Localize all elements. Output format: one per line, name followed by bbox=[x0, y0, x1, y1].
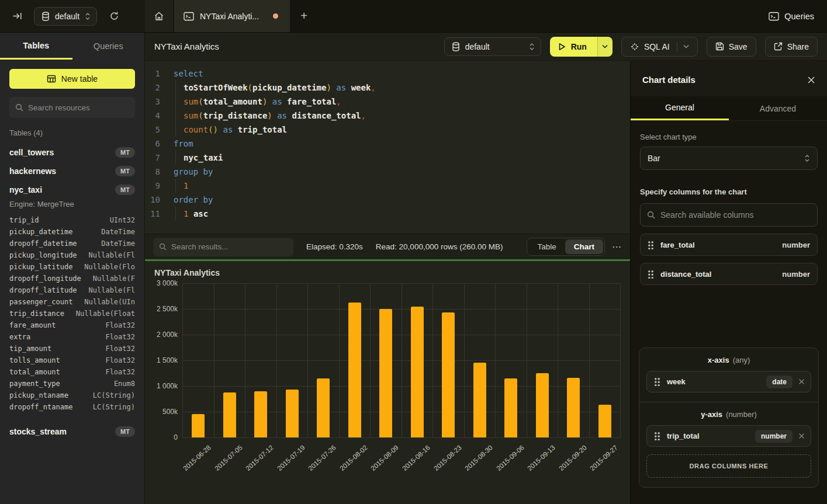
engine-badge: MT bbox=[115, 426, 135, 437]
bar[interactable] bbox=[254, 391, 267, 437]
chevron-updown-icon bbox=[804, 154, 810, 162]
results-search-input[interactable] bbox=[171, 242, 288, 251]
sql-token: ( bbox=[198, 97, 203, 106]
bar[interactable] bbox=[473, 363, 486, 437]
sql-token: asc bbox=[193, 209, 208, 218]
chart-type-select[interactable]: Bar bbox=[640, 147, 818, 170]
table-row[interactable]: nyc_taxiMT bbox=[0, 180, 144, 199]
drag-columns-dropzone[interactable]: DRAG COLUMNS HERE bbox=[646, 454, 811, 478]
share-button[interactable]: Share bbox=[765, 37, 818, 57]
collapse-sidebar-button[interactable] bbox=[8, 8, 26, 25]
chart-details-tabs: General Advanced bbox=[631, 96, 827, 121]
sidebar-tab-queries[interactable]: Queries bbox=[72, 33, 145, 60]
y-tick-label: 2 000k bbox=[157, 331, 178, 339]
available-columns: fare_totalnumberdistance_totalnumber bbox=[640, 234, 818, 285]
sql-ai-button[interactable]: SQL AI bbox=[621, 37, 698, 57]
columns-search-input[interactable] bbox=[660, 210, 811, 220]
editor-line: 5count() as trip_total bbox=[145, 123, 630, 137]
remove-y-axis-column-button[interactable] bbox=[798, 433, 805, 439]
sql-token: pickup_datetime bbox=[252, 83, 326, 92]
new-table-button[interactable]: New table bbox=[9, 69, 135, 89]
available-column-name: distance_total bbox=[660, 270, 711, 279]
bar[interactable] bbox=[223, 392, 236, 437]
bar[interactable] bbox=[379, 309, 392, 437]
save-button[interactable]: Save bbox=[707, 37, 756, 57]
queries-icon bbox=[769, 12, 779, 21]
bar-column bbox=[432, 283, 464, 437]
more-options-button[interactable]: ⋯ bbox=[612, 241, 622, 252]
sidebar-search-input[interactable] bbox=[28, 103, 132, 112]
column-type: Float32 bbox=[105, 331, 135, 343]
sql-token bbox=[282, 97, 287, 106]
tab-general[interactable]: General bbox=[631, 96, 729, 120]
y-tick-label: 3 000k bbox=[157, 279, 178, 287]
engine-badge: MT bbox=[115, 185, 135, 195]
bar[interactable] bbox=[504, 378, 517, 437]
tab-advanced[interactable]: Advanced bbox=[729, 96, 827, 120]
y-axis-column[interactable]: trip_total number bbox=[646, 425, 811, 447]
column-name: tolls_amount bbox=[9, 354, 60, 366]
column-row: pickup_latitudeNullable(Flo bbox=[9, 261, 135, 273]
column-row: payment_typeEnum8 bbox=[9, 378, 135, 390]
x-tick-label: 2015-07-05 bbox=[213, 444, 244, 472]
run-button[interactable]: Run bbox=[550, 37, 597, 57]
new-tab-button[interactable]: + bbox=[290, 0, 318, 32]
sql-ai-label: SQL AI bbox=[644, 42, 670, 51]
y-axis-column-type: number bbox=[755, 430, 793, 443]
engine-badge: MT bbox=[115, 166, 135, 176]
editor-line: 6from bbox=[145, 137, 630, 151]
run-options-button[interactable] bbox=[597, 37, 613, 57]
table-row[interactable]: hackernewsMT bbox=[0, 162, 144, 180]
bar[interactable] bbox=[567, 378, 580, 437]
column-row: passenger_countNullable(UIn bbox=[9, 296, 135, 308]
header-database-selector[interactable]: default bbox=[444, 37, 541, 56]
column-row: extraFloat32 bbox=[9, 331, 135, 343]
bar[interactable] bbox=[317, 378, 330, 437]
header-actions: default Run SQL AI bbox=[444, 37, 818, 57]
line-number: 1 bbox=[145, 67, 160, 81]
remove-x-axis-column-button[interactable] bbox=[798, 378, 805, 385]
home-tab-button[interactable] bbox=[145, 0, 174, 32]
play-icon bbox=[558, 43, 566, 51]
available-column[interactable]: distance_totalnumber bbox=[640, 263, 818, 285]
column-row: tip_amountFloat32 bbox=[9, 343, 135, 354]
available-column[interactable]: fare_totalnumber bbox=[640, 234, 818, 256]
share-label: Share bbox=[787, 42, 809, 51]
close-panel-button[interactable] bbox=[807, 76, 815, 84]
x-tick: 2015-07-26 bbox=[307, 438, 339, 494]
column-row: trip_distanceNullable(Float bbox=[9, 308, 135, 319]
table-row[interactable]: stocks_streamMT bbox=[0, 422, 144, 441]
x-axis-column[interactable]: week date bbox=[646, 371, 811, 392]
tab-strip: NYTaxi Analyti... + bbox=[145, 0, 769, 32]
bar[interactable] bbox=[192, 414, 205, 437]
column-name: pickup_datetime bbox=[9, 226, 72, 238]
x-tick-label: 2015-09-13 bbox=[526, 444, 556, 472]
sql-token: ( bbox=[198, 111, 203, 120]
bar[interactable] bbox=[286, 390, 299, 437]
bar[interactable] bbox=[442, 312, 455, 437]
bar[interactable] bbox=[536, 373, 549, 437]
table-row[interactable]: cell_towersMT bbox=[0, 143, 144, 162]
column-row: total_amountFloat32 bbox=[9, 366, 135, 378]
query-tab[interactable]: NYTaxi Analyti... bbox=[174, 0, 290, 32]
bar[interactable] bbox=[348, 303, 361, 437]
refresh-button[interactable] bbox=[105, 8, 123, 25]
column-name: dropoff_ntaname bbox=[9, 401, 72, 413]
sql-token bbox=[188, 209, 193, 218]
bar-column bbox=[214, 283, 245, 437]
sql-token: count bbox=[184, 125, 208, 134]
sql-token: group by bbox=[174, 167, 213, 176]
view-toggle-table[interactable]: Table bbox=[528, 239, 565, 254]
sql-editor[interactable]: 1select2toStartOfWeek(pickup_datetime) a… bbox=[145, 61, 630, 234]
editor-line: 8group by bbox=[145, 165, 630, 179]
bar[interactable] bbox=[411, 307, 424, 437]
code-line: 1 asc bbox=[166, 207, 208, 221]
topbar-database-selector[interactable]: default bbox=[34, 7, 97, 26]
tables-section-label: Tables (4) bbox=[0, 128, 144, 143]
queries-button[interactable]: Queries bbox=[769, 12, 814, 21]
bar[interactable] bbox=[598, 405, 611, 437]
view-toggle-chart[interactable]: Chart bbox=[565, 239, 603, 254]
sidebar-tab-tables[interactable]: Tables bbox=[0, 33, 72, 60]
x-tick-label: 2015-07-19 bbox=[276, 444, 306, 472]
sql-token: ) bbox=[267, 111, 272, 120]
